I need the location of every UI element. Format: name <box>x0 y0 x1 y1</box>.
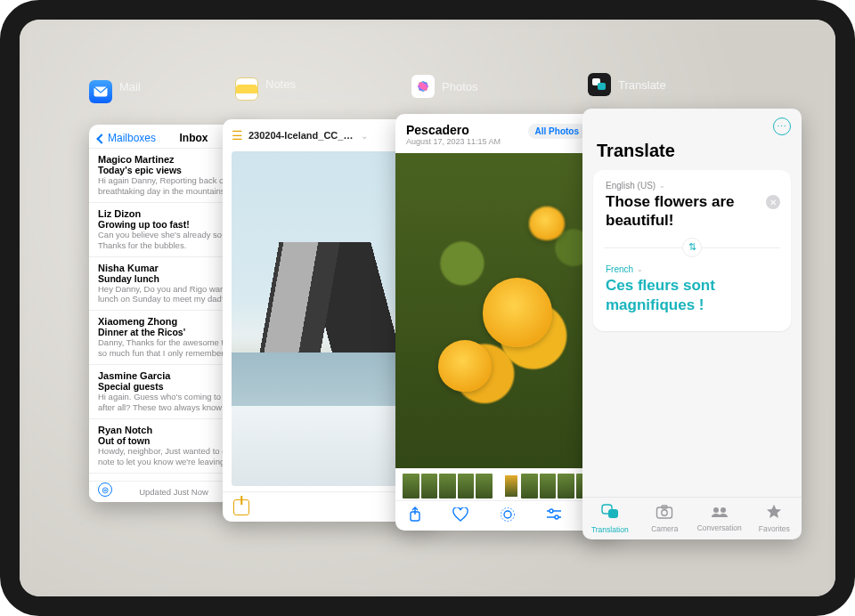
svg-point-12 <box>504 511 511 518</box>
tab-translation[interactable]: Translation <box>582 498 638 539</box>
translate-app-name: Translate <box>618 78 666 92</box>
conversation-icon <box>710 506 729 522</box>
adjust-icon[interactable] <box>546 508 562 523</box>
svg-point-24 <box>721 507 726 513</box>
tab-favorites[interactable]: Favorites <box>747 498 802 539</box>
tab-camera[interactable]: Camera <box>638 498 693 539</box>
photo-location-title: Pescadero <box>406 123 501 137</box>
translate-heading: Translate <box>582 135 802 170</box>
chevron-down-icon: ⌄ <box>637 265 643 273</box>
star-icon <box>766 504 782 523</box>
clear-text-button[interactable]: ✕ <box>766 195 780 209</box>
more-options-button[interactable]: ⋯ <box>773 118 791 135</box>
mail-app-subtitle: Inbox <box>119 93 141 103</box>
inbox-title: Inbox <box>180 132 208 144</box>
notes-app-icon <box>235 77 258 101</box>
source-language-selector[interactable]: English (US)⌄ <box>606 181 778 190</box>
photo-thumbnail-strip[interactable] <box>403 474 611 498</box>
mail-app-icon <box>89 80 112 103</box>
mail-updated-label: Updated Just Now <box>139 487 208 497</box>
notes-card-label: Notes Snowscape Photography <box>235 77 364 101</box>
svg-point-15 <box>550 509 553 513</box>
translated-text: Ces fleurs sont magnifiques ! <box>606 276 778 315</box>
camera-icon <box>656 505 673 523</box>
photos-flower-icon <box>414 77 432 95</box>
app-switcher-screen[interactable]: Mail Inbox Notes Snowscape Photography <box>20 20 835 596</box>
translation-panel: English (US)⌄ Those flowers are beautifu… <box>593 170 791 331</box>
selected-thumbnail[interactable] <box>503 474 520 498</box>
translate-app-card[interactable]: ⋯ Translate English (US)⌄ Those flowers … <box>582 109 802 539</box>
svg-rect-20 <box>657 507 672 518</box>
share-icon[interactable] <box>408 507 422 525</box>
translate-tab-bar: Translation Camera Conversation <box>582 497 802 539</box>
favorite-heart-icon[interactable] <box>452 507 468 524</box>
svg-rect-19 <box>608 509 618 518</box>
mail-card-label: Mail Inbox <box>89 80 141 103</box>
photos-card-label: Photos <box>411 75 477 98</box>
mail-app-name: Mail <box>119 80 141 93</box>
chevron-down-icon: ⌄ <box>659 182 665 190</box>
translate-app-icon <box>588 73 611 96</box>
notes-app-subtitle: Snowscape Photography <box>265 91 364 101</box>
mailboxes-back-button[interactable]: Mailboxes <box>98 132 156 144</box>
source-text[interactable]: Those flowers are beautiful! <box>606 192 778 231</box>
note-title: 230204-Iceland_CC_i0… <box>248 130 355 141</box>
envelope-icon <box>94 86 108 97</box>
svg-point-21 <box>662 509 667 515</box>
notes-app-name: Notes <box>265 77 364 91</box>
chevron-down-icon[interactable]: ⌄ <box>361 131 368 141</box>
swap-languages-button[interactable]: ⇅ <box>682 238 702 257</box>
ipad-frame: Mail Inbox Notes Snowscape Photography <box>0 0 855 616</box>
svg-rect-10 <box>598 83 606 90</box>
translate-card-label: Translate <box>588 73 666 96</box>
share-icon[interactable] <box>233 499 249 515</box>
filter-icon[interactable]: ⊜ <box>98 482 112 497</box>
target-language-selector[interactable]: French⌄ <box>606 264 778 274</box>
tab-conversation[interactable]: Conversation <box>692 498 747 539</box>
svg-point-17 <box>555 515 558 519</box>
photos-app-icon <box>411 75 435 98</box>
translation-tab-icon <box>601 504 619 523</box>
photos-app-name: Photos <box>442 80 477 93</box>
svg-point-23 <box>713 507 719 513</box>
svg-point-13 <box>501 508 514 522</box>
translate-bubbles-icon <box>591 77 607 93</box>
all-photos-button[interactable]: All Photos <box>528 124 586 139</box>
photo-date: August 17, 2023 11:15 AM <box>406 137 501 146</box>
notes-list-icon[interactable]: ☰ <box>232 128 243 142</box>
live-photo-icon[interactable] <box>500 507 516 525</box>
